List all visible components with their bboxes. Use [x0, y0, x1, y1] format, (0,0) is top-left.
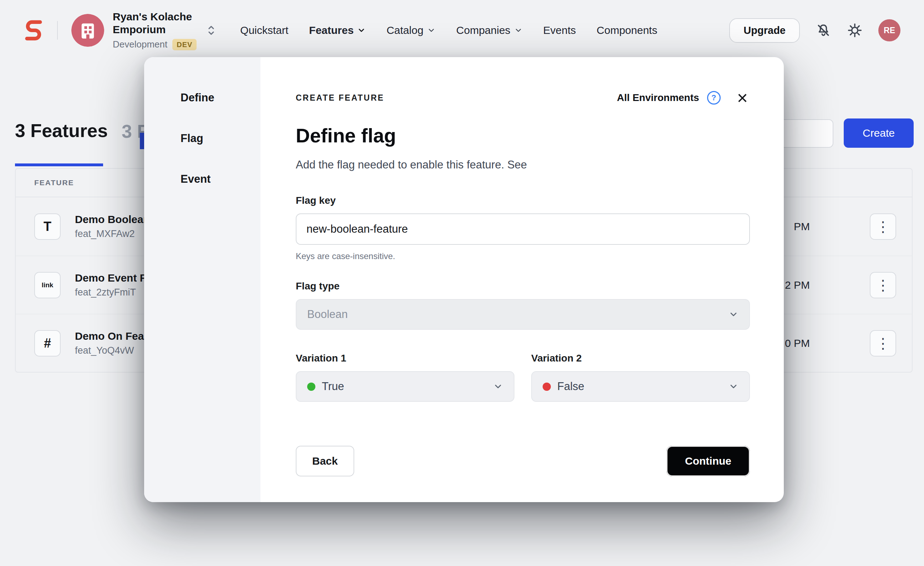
nav-item-label: Events [543, 24, 576, 36]
nav-divider [57, 21, 58, 40]
help-icon[interactable]: ? [707, 91, 721, 105]
org-block: Ryan's Kolache Emporium Development DEV [113, 11, 196, 50]
flag-key-helper: Keys are case-insensitive. [296, 251, 750, 261]
nav-item-label: Components [597, 24, 657, 36]
nav-item-label: Features [309, 24, 354, 36]
row-menu-kebab-icon[interactable]: ⋮ [870, 330, 896, 356]
nav-item-quickstart[interactable]: Quickstart [240, 24, 288, 36]
feature-title: Demo Event F [75, 272, 146, 284]
flag-key-label: Flag key [296, 195, 750, 206]
variation-1-value: True [322, 380, 344, 393]
org-avatar[interactable] [71, 14, 104, 47]
true-status-dot [307, 383, 315, 391]
flag-key-input[interactable] [296, 213, 750, 245]
feature-title: Demo On Fea [75, 330, 144, 342]
top-navigation: Ryan's Kolache Emporium Development DEV … [0, 0, 924, 61]
nav-links: Quickstart Features Catalog Companies Ev… [240, 24, 657, 36]
feature-key: feat_YoQ4vW [75, 345, 144, 356]
feature-updated-time: 2 PM [785, 279, 810, 291]
create-feature-modal: Define Flag Event CREATE FEATURE All Env… [144, 57, 784, 502]
modal-steps-sidebar: Define Flag Event [144, 57, 260, 502]
org-name-line1: Ryan's Kolache [113, 11, 196, 23]
create-button[interactable]: Create [844, 119, 914, 148]
nav-item-catalog[interactable]: Catalog [386, 24, 435, 36]
modal-eyebrow: CREATE FEATURE [296, 93, 384, 103]
chevron-down-icon [357, 26, 366, 35]
org-switcher-chevrons-icon[interactable] [206, 24, 216, 36]
org-name-line2: Emporium [113, 23, 196, 36]
chevron-down-icon [729, 381, 738, 392]
env-dev-badge: DEV [172, 39, 196, 50]
nav-item-components[interactable]: Components [597, 24, 657, 36]
modal-subtitle: Add the flag needed to enable this featu… [296, 158, 750, 171]
schematic-logo-icon[interactable] [24, 20, 44, 41]
nav-item-label: Quickstart [240, 24, 288, 36]
app-root: Ryan's Kolache Emporium Development DEV … [0, 0, 924, 566]
event-link-icon: link [34, 272, 61, 298]
notifications-bell-icon[interactable] [816, 23, 831, 38]
nav-item-events[interactable]: Events [543, 24, 576, 36]
false-status-dot [543, 383, 551, 391]
step-flag[interactable]: Flag [180, 132, 260, 145]
tab-features[interactable]: 3 Features [15, 120, 108, 141]
step-define[interactable]: Define [180, 92, 260, 104]
chevron-down-icon [514, 26, 523, 35]
org-environment-label: Development [113, 39, 167, 50]
continue-button[interactable]: Continue [666, 446, 750, 476]
nav-item-features[interactable]: Features [309, 24, 366, 36]
feature-title: Demo Boolean [75, 213, 150, 226]
boolean-type-icon: T [34, 213, 61, 240]
nav-item-label: Companies [456, 24, 510, 36]
variation-1-label: Variation 1 [296, 353, 514, 364]
environment-selector[interactable]: All Environments [617, 92, 699, 104]
settings-gear-icon[interactable] [847, 23, 862, 38]
user-avatar[interactable]: RE [878, 19, 900, 41]
chevron-down-icon [729, 309, 738, 320]
nav-item-label: Catalog [386, 24, 423, 36]
row-menu-kebab-icon[interactable]: ⋮ [870, 213, 896, 240]
nav-item-companies[interactable]: Companies [456, 24, 523, 36]
flag-type-select[interactable]: Boolean [296, 299, 750, 330]
feature-key: feat_2ztyFmiT [75, 287, 146, 298]
nav-right-cluster: Upgrade RE [729, 18, 900, 43]
row-menu-kebab-icon[interactable]: ⋮ [870, 272, 896, 298]
active-tab-underline [15, 164, 103, 166]
chevron-down-icon [493, 381, 503, 392]
building-icon [71, 14, 104, 47]
numeric-hash-icon: # [34, 330, 61, 356]
chevron-down-icon [427, 26, 436, 35]
upgrade-button[interactable]: Upgrade [729, 18, 800, 43]
variation-2-label: Variation 2 [531, 353, 750, 364]
variation-1-select[interactable]: True [296, 371, 514, 402]
feature-key: feat_MXFAw2 [75, 228, 150, 239]
back-button[interactable]: Back [296, 446, 354, 476]
variation-2-value: False [557, 380, 584, 393]
flag-type-value: Boolean [307, 308, 348, 321]
step-event[interactable]: Event [180, 173, 260, 186]
flag-type-label: Flag type [296, 281, 750, 292]
feature-updated-time: 0 PM [785, 337, 810, 349]
modal-title: Define flag [296, 124, 750, 147]
modal-body: CREATE FEATURE All Environments ? × Defi… [260, 57, 784, 502]
close-icon[interactable]: × [735, 89, 750, 107]
feature-updated-time: PM [794, 221, 810, 233]
variation-2-select[interactable]: False [531, 371, 750, 402]
